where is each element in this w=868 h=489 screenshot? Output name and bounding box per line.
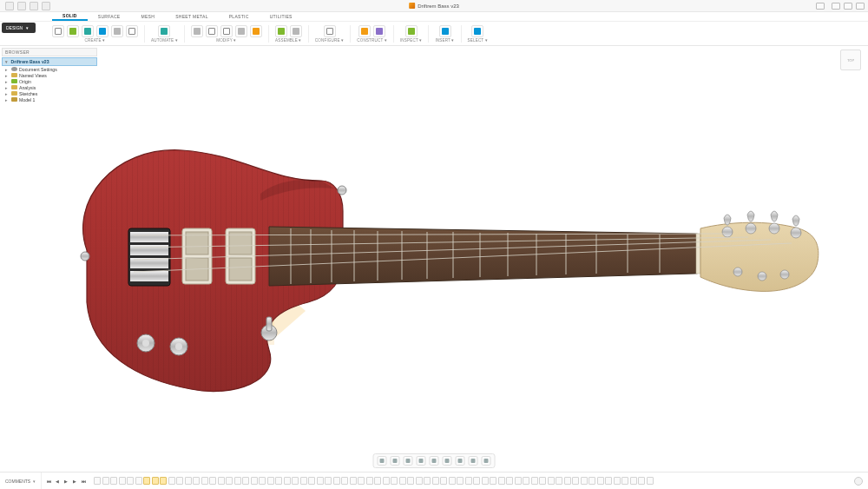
timeline-feature[interactable] (605, 477, 612, 485)
ribbon-tab-utilities[interactable]: UTILITIES (260, 12, 303, 21)
ribbon-tab-solid[interactable]: SOLID (52, 12, 88, 21)
timeline-feature[interactable] (374, 477, 381, 485)
timeline-feature[interactable] (284, 477, 291, 485)
tool-fillet[interactable] (191, 25, 203, 37)
nav-fit[interactable] (430, 456, 439, 466)
timeline-feature[interactable] (110, 477, 117, 485)
tool-script[interactable] (158, 25, 170, 37)
window-minimize-icon[interactable] (832, 3, 840, 10)
timeline-feature[interactable] (465, 477, 472, 485)
tool-extrude[interactable] (82, 25, 94, 37)
timeline-feature[interactable] (449, 477, 456, 485)
qat-save-icon[interactable] (17, 2, 26, 10)
timeline-feature[interactable] (539, 477, 546, 485)
nav-viewports[interactable] (482, 456, 491, 466)
timeline-feature[interactable] (234, 477, 241, 485)
timeline-feature[interactable] (556, 477, 562, 485)
timeline-feature[interactable] (589, 477, 595, 485)
timeline-feature[interactable] (440, 477, 447, 485)
collapse-icon[interactable]: ▾ (5, 59, 10, 64)
timeline-feature[interactable] (391, 477, 398, 485)
timeline-feature[interactable] (341, 477, 348, 485)
timeline-feature[interactable] (515, 477, 522, 485)
tool-combine[interactable] (235, 25, 247, 37)
timeline-feature[interactable] (317, 477, 324, 485)
tool-hole[interactable] (111, 25, 123, 37)
timeline-prev-icon[interactable]: ◀ (54, 478, 61, 485)
tool-params[interactable] (324, 25, 336, 37)
timeline-feature[interactable] (424, 477, 431, 485)
timeline-feature[interactable] (267, 477, 274, 485)
timeline-feature[interactable] (548, 477, 555, 485)
timeline-next-icon[interactable]: ▶ (71, 478, 78, 485)
browser-root-node[interactable]: ▾ Driftrem Bass v23 (2, 57, 97, 66)
expand-icon[interactable]: ▸ (5, 67, 10, 72)
timeline-feature[interactable] (185, 477, 192, 485)
timeline-feature[interactable] (614, 477, 621, 485)
model-render[interactable] (43, 98, 825, 393)
timeline-feature[interactable] (399, 477, 406, 485)
timeline-feature[interactable] (325, 477, 332, 485)
timeline-feature[interactable] (350, 477, 357, 485)
timeline-feature[interactable] (152, 477, 159, 485)
nav-snap[interactable] (469, 456, 478, 466)
timeline-feature[interactable] (292, 477, 299, 485)
timeline-feature[interactable] (523, 477, 529, 485)
tool-sketch[interactable] (67, 25, 79, 37)
timeline-feature[interactable] (564, 477, 571, 485)
timeline-play-icon[interactable]: ▶ (62, 478, 69, 485)
tool-appearance[interactable] (250, 25, 262, 37)
timeline-feature[interactable] (366, 477, 373, 485)
viewport-canvas[interactable]: TOP (0, 46, 868, 472)
nav-pan[interactable] (404, 456, 413, 466)
timeline-feature[interactable] (638, 477, 645, 485)
browser-item[interactable]: ▸Named Views (5, 72, 97, 78)
timeline-feature[interactable] (251, 477, 258, 485)
comments-toggle[interactable]: COMMENTS (0, 472, 42, 489)
tool-plane[interactable] (358, 25, 371, 37)
timeline-feature[interactable] (119, 477, 126, 485)
timeline-feature[interactable] (168, 477, 175, 485)
timeline-feature[interactable] (432, 477, 439, 485)
timeline-feature[interactable] (383, 477, 390, 485)
window-maximize-icon[interactable] (844, 3, 852, 10)
timeline-feature[interactable] (218, 477, 225, 485)
timeline-feature[interactable] (143, 477, 150, 485)
qat-redo-icon[interactable] (42, 2, 50, 10)
timeline-feature[interactable] (94, 477, 101, 485)
timeline-feature[interactable] (308, 477, 315, 485)
timeline-feature[interactable] (621, 477, 628, 485)
browser-item[interactable]: ▸Origin (5, 78, 97, 84)
workspace-switcher[interactable]: DESIGN (2, 23, 36, 33)
qat-file-icon[interactable] (5, 2, 14, 10)
nav-zoom[interactable] (417, 456, 426, 466)
timeline-feature[interactable] (597, 477, 604, 485)
tool-joint[interactable] (275, 25, 287, 37)
tool-new-design[interactable] (52, 25, 64, 37)
timeline-feature[interactable] (473, 477, 480, 485)
timeline-feature[interactable] (416, 477, 423, 485)
timeline-feature[interactable] (490, 477, 496, 485)
tool-axis[interactable] (373, 25, 385, 37)
timeline-feature[interactable] (407, 477, 414, 485)
timeline-settings-icon[interactable] (854, 477, 863, 486)
nav-orbit[interactable] (378, 456, 387, 466)
tool-press-pull[interactable] (206, 25, 218, 37)
timeline-feature[interactable] (102, 477, 109, 485)
timeline-feature[interactable] (333, 477, 340, 485)
window-close-icon[interactable] (856, 3, 865, 10)
timeline-feature[interactable] (226, 477, 233, 485)
ribbon-tab-plastic[interactable]: PLASTIC (219, 12, 260, 21)
timeline-start-icon[interactable]: ⏮ (45, 478, 52, 485)
timeline-feature[interactable] (300, 477, 307, 485)
tool-rigid[interactable] (290, 25, 302, 37)
tool-decal[interactable] (439, 25, 451, 37)
timeline-feature[interactable] (506, 477, 513, 485)
timeline-feature[interactable] (176, 477, 183, 485)
timeline-feature[interactable] (482, 477, 489, 485)
nav-look[interactable] (391, 456, 400, 466)
expand-icon[interactable]: ▸ (5, 97, 10, 102)
expand-icon[interactable]: ▸ (5, 79, 10, 84)
timeline-feature[interactable] (135, 477, 142, 485)
tool-measure[interactable] (405, 25, 418, 37)
